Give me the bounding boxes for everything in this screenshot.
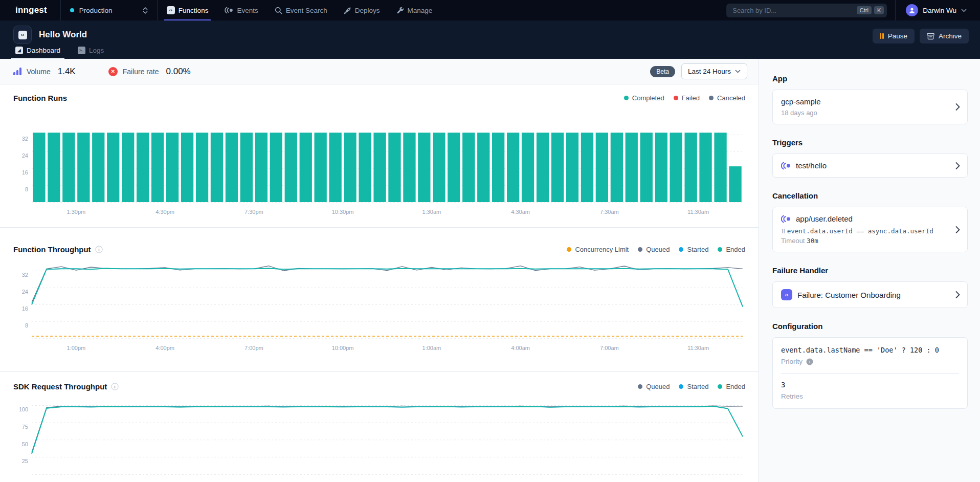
app-card[interactable]: gcp-sample 18 days ago xyxy=(772,90,968,124)
svg-text:4:30am: 4:30am xyxy=(511,209,530,215)
svg-text:25: 25 xyxy=(22,458,28,464)
chart-icon: ◢ xyxy=(15,47,23,54)
environment-switcher[interactable]: Production xyxy=(60,0,158,20)
legend-dot xyxy=(718,247,722,252)
nav-tab-functions[interactable]: ‹› Functions xyxy=(159,0,217,20)
user-name: Darwin Wu xyxy=(923,7,956,14)
svg-text:1:00am: 1:00am xyxy=(422,345,441,351)
chart-title: Function Throughput i xyxy=(13,245,103,254)
top-navbar: inngest Production ‹› Functions Events xyxy=(0,0,980,20)
legend-item: Ended xyxy=(718,246,745,253)
search-icon xyxy=(275,7,282,14)
legend-dot xyxy=(674,96,678,100)
failure-handler-card[interactable]: ‹› Failure: Customer Onboarding xyxy=(772,281,968,308)
time-range-value: Last 24 Hours xyxy=(688,68,731,75)
function-header: ‹› Hello World ◢ Dashboard >_ Logs Pause… xyxy=(0,20,980,59)
user-menu[interactable]: Darwin Wu xyxy=(895,0,980,20)
legend-dot xyxy=(638,384,642,389)
function-throughput-chart[interactable]: 81624321:00pm4:00pm7:00pm10:00pm1:00am4:… xyxy=(13,257,745,358)
svg-text:24: 24 xyxy=(22,289,28,295)
svg-text:4:00pm: 4:00pm xyxy=(155,345,174,351)
cancellation-card[interactable]: app/user.deleted If event.data.userId ==… xyxy=(772,207,968,252)
nav-tab-event-search[interactable]: Event Search xyxy=(266,0,336,20)
search-input[interactable] xyxy=(732,7,854,14)
svg-text:i: i xyxy=(115,384,116,389)
tab-logs[interactable]: >_ Logs xyxy=(72,42,110,59)
legend-dot xyxy=(679,247,683,252)
legend-dot xyxy=(679,384,683,389)
inngest-logo: inngest xyxy=(15,5,47,15)
svg-text:7:00am: 7:00am xyxy=(600,345,619,351)
svg-text:24: 24 xyxy=(22,152,28,159)
legend-item: Started xyxy=(679,383,708,390)
legend-item: Failed xyxy=(674,94,700,102)
chart-legend: CompletedFailedCanceled xyxy=(624,94,745,102)
nav-tab-deploys[interactable]: Deploys xyxy=(336,0,388,20)
nav-tab-manage[interactable]: Manage xyxy=(388,0,441,20)
failure-rate-stat: ✕ Failure rate 0.00% xyxy=(108,67,191,77)
code-icon: ‹› xyxy=(18,31,27,39)
svg-text:7:00pm: 7:00pm xyxy=(244,345,263,351)
tab-dashboard[interactable]: ◢ Dashboard xyxy=(9,42,66,59)
function-icon: ‹› xyxy=(13,26,32,44)
if-expression: event.data.userId == async.data.userId xyxy=(787,227,933,235)
chart-legend: QueuedStartedEnded xyxy=(638,383,745,390)
global-search: Ctrl K xyxy=(726,4,887,17)
app-meta: 18 days ago xyxy=(781,109,959,117)
nav-tab-label: Deploys xyxy=(355,7,380,14)
configuration-section: Configuration event.data.lastName == 'Do… xyxy=(772,322,968,409)
retries-value: 3 xyxy=(781,381,959,389)
svg-text:i: i xyxy=(98,247,99,252)
wrench-icon xyxy=(396,7,404,14)
kbd-ctrl: Ctrl xyxy=(857,6,872,14)
svg-text:1:00pm: 1:00pm xyxy=(67,345,86,351)
nav-tab-label: Event Search xyxy=(286,7,327,14)
environment-name: Production xyxy=(79,7,138,14)
priority-expression: event.data.lastName == 'Doe' ? 120 : 0 xyxy=(781,346,959,354)
chevron-down-icon xyxy=(735,70,741,73)
info-icon: i xyxy=(806,358,813,365)
function-title-row: ‹› Hello World xyxy=(0,20,980,44)
legend-dot xyxy=(567,247,571,252)
error-icon: ✕ xyxy=(108,67,118,76)
legend-item: Completed xyxy=(624,94,664,102)
chevron-down-icon xyxy=(961,9,967,12)
svg-text:8: 8 xyxy=(25,322,28,328)
chevron-updown-icon xyxy=(143,7,148,14)
sdk-request-throughput-chart[interactable]: 2550751001:00pm4:00pm7:00pm10:00pm1:00am… xyxy=(13,393,745,482)
app-section: App gcp-sample 18 days ago xyxy=(772,74,968,124)
content: Volume 1.4K ✕ Failure rate 0.00% Beta La… xyxy=(0,59,980,482)
svg-text:4:30pm: 4:30pm xyxy=(155,209,174,215)
failure-handler-section: Failure Handler ‹› Failure: Customer Onb… xyxy=(772,266,968,308)
app-name: gcp-sample xyxy=(781,97,959,106)
info-icon: i xyxy=(111,383,119,390)
function-runs-chart[interactable]: 81624321:30pm4:30pm7:30pm10:30pm1:30am4:… xyxy=(13,121,745,222)
topnav-right: Ctrl K Darwin Wu xyxy=(726,0,980,20)
trigger-card[interactable]: test/hello xyxy=(772,154,968,178)
stats-bar: Volume 1.4K ✕ Failure rate 0.00% Beta La… xyxy=(0,59,759,84)
chart-title: SDK Request Throughput i xyxy=(13,382,119,391)
svg-text:100: 100 xyxy=(19,406,28,412)
cancellation-timeout: Timeout 30m xyxy=(781,237,959,245)
svg-text:75: 75 xyxy=(22,424,28,430)
pause-label: Pause xyxy=(888,32,907,40)
header-actions: Pause Archive xyxy=(873,29,969,43)
failure-handler-name: Failure: Customer Onboarding xyxy=(797,291,901,299)
nav-tab-label: Functions xyxy=(179,7,209,14)
time-range-select[interactable]: Last 24 Hours xyxy=(681,63,747,79)
primary-nav: ‹› Functions Events Event Search Deploy xyxy=(159,0,440,20)
volume-stat: Volume 1.4K xyxy=(13,67,76,77)
archive-button[interactable]: Archive xyxy=(920,29,969,43)
functions-icon: ‹› xyxy=(167,6,175,14)
archive-icon xyxy=(927,33,934,40)
event-icon xyxy=(781,162,791,170)
pause-button[interactable]: Pause xyxy=(873,29,915,43)
svg-text:10:00pm: 10:00pm xyxy=(332,345,354,351)
nav-tab-events[interactable]: Events xyxy=(216,0,266,20)
svg-text:8: 8 xyxy=(25,186,28,192)
section-heading: Configuration xyxy=(772,322,968,331)
svg-text:16: 16 xyxy=(22,169,28,176)
svg-text:50: 50 xyxy=(22,441,28,447)
legend-item: Started xyxy=(679,246,708,253)
terminal-icon: >_ xyxy=(78,47,85,54)
